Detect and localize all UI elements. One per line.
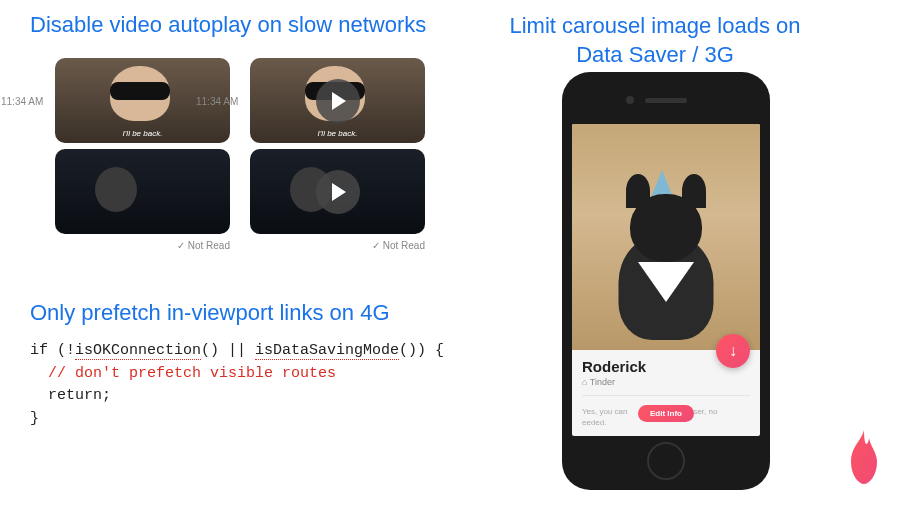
code-text: ()) {: [399, 342, 444, 359]
download-fab[interactable]: ↓: [716, 334, 750, 368]
code-text: if (!: [30, 342, 75, 359]
edit-info-button[interactable]: Edit Info: [638, 405, 694, 422]
phone-camera: [626, 96, 634, 104]
phone-screen: ↓ Roderick Tinder Yes, you can in your b…: [572, 124, 760, 436]
video-grid: 11:34 AM I'll be back. Not Read 11:34 AM…: [55, 58, 470, 251]
profile-subtitle: Tinder: [582, 377, 750, 387]
code-fn: isDataSavingMode: [255, 342, 399, 360]
video-caption: I'll be back.: [123, 129, 163, 138]
code-comment: // don't prefetch visible routes: [48, 365, 336, 382]
phone-mockup: ↓ Roderick Tinder Yes, you can in your b…: [562, 72, 770, 490]
profile-photo: [572, 124, 760, 350]
video-col-autoplay: 11:34 AM I'll be back. Not Read: [55, 58, 230, 251]
video-col-disabled: 11:34 AM I'll be back. Not Read: [250, 58, 425, 251]
code-snippet: if (!isOKConnection() || isDataSavingMod…: [30, 340, 444, 430]
play-icon[interactable]: [316, 170, 360, 214]
tinder-flame-icon: [838, 428, 890, 488]
home-button[interactable]: [647, 442, 685, 480]
video-thumb: [250, 149, 425, 234]
timestamp-label: 11:34 AM: [1, 96, 43, 107]
heading-prefetch: Only prefetch in-viewport links on 4G: [30, 300, 390, 326]
video-caption: I'll be back.: [318, 129, 358, 138]
phone-speaker: [645, 98, 687, 103]
video-thumb: [55, 149, 230, 234]
video-thumb: I'll be back.: [250, 58, 425, 143]
timestamp-label: 11:34 AM: [196, 96, 238, 107]
heading-autoplay: Disable video autoplay on slow networks: [30, 12, 426, 38]
heading-carousel: Limit carousel image loads on Data Saver…: [495, 12, 815, 69]
read-status: Not Read: [250, 240, 425, 251]
code-fn: isOKConnection: [75, 342, 201, 360]
code-return: return;: [48, 387, 111, 404]
play-icon[interactable]: [316, 79, 360, 123]
code-text: () ||: [201, 342, 255, 359]
code-brace: }: [30, 410, 39, 427]
read-status: Not Read: [55, 240, 230, 251]
